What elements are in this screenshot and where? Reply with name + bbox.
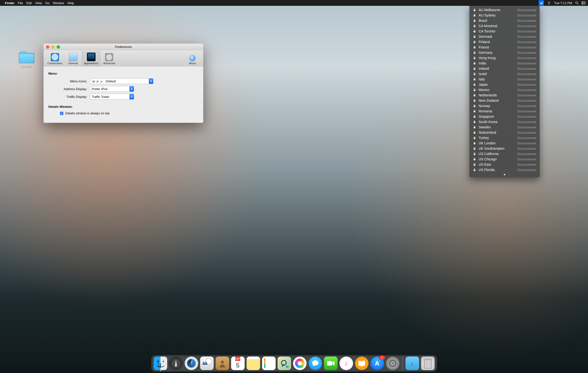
vpn-server-item[interactable]: GermanyDisconnected xyxy=(469,50,540,55)
vpn-server-item[interactable]: SingaporeDisconnected xyxy=(469,114,540,119)
vpn-server-item[interactable]: New ZealandDisconnected xyxy=(469,98,540,103)
vpn-server-item[interactable]: IrelandDisconnected xyxy=(469,66,540,71)
advanced-icon xyxy=(105,53,113,61)
vpn-server-item[interactable]: CA TorontoDisconnected xyxy=(469,29,540,34)
vpn-server-name: Sweden xyxy=(479,125,517,129)
tab-connections[interactable]: Connections xyxy=(45,52,64,66)
vpn-server-item[interactable]: South KoreaDisconnected xyxy=(469,119,540,124)
vpn-server-menu: AU MelbourneDisconnectedAU SydneyDisconn… xyxy=(469,6,540,177)
dock: SEP 5 3D 1 xyxy=(151,355,437,372)
vpn-server-item[interactable]: FranceDisconnected xyxy=(469,44,540,50)
dock-ibooks[interactable] xyxy=(355,357,368,370)
tab-advanced[interactable]: Advanced xyxy=(101,52,118,66)
dock-safari[interactable] xyxy=(185,357,198,370)
window-titlebar[interactable]: Preferences xyxy=(43,44,203,50)
svg-point-47 xyxy=(157,361,158,362)
dock-facetime[interactable] xyxy=(324,357,337,370)
spotlight-icon[interactable] xyxy=(575,1,579,5)
vpn-server-item[interactable]: AU SydneyDisconnected xyxy=(469,13,540,18)
tab-appearance[interactable]: Appearance xyxy=(82,52,100,66)
dock-mail[interactable] xyxy=(200,357,214,370)
vpn-server-status: Disconnected xyxy=(517,157,536,161)
menu-icons-select[interactable]: Default xyxy=(90,78,153,84)
menu-window[interactable]: Window xyxy=(53,1,64,5)
menubar-clock[interactable]: Tue 7:11 PM xyxy=(554,1,572,5)
traffic-display-select[interactable]: Traffic Totals xyxy=(90,94,134,99)
vpn-server-item[interactable]: IndiaDisconnected xyxy=(469,61,540,66)
vpn-server-item[interactable]: UK SouthamptonDisconnected xyxy=(469,146,540,151)
window-minimize-button[interactable] xyxy=(51,45,55,49)
vpn-server-name: Singapore xyxy=(479,115,517,119)
vpn-server-name: India xyxy=(479,61,517,65)
vpn-server-item[interactable]: US CaliforniaDisconnected xyxy=(469,151,540,156)
svg-rect-36 xyxy=(474,116,475,118)
vpn-server-item[interactable]: JapanDisconnected xyxy=(469,82,540,87)
vpn-server-item[interactable]: NetherlandsDisconnected xyxy=(469,93,540,98)
menu-file[interactable]: File xyxy=(18,1,23,5)
dock-contacts[interactable] xyxy=(216,357,229,370)
lock-icon xyxy=(473,13,476,17)
menubar-app-name[interactable]: Finder xyxy=(5,1,14,5)
menu-view[interactable]: View xyxy=(35,1,42,5)
dock-notes[interactable] xyxy=(247,357,260,370)
menu-go[interactable]: Go xyxy=(45,1,49,5)
script-menu-icon[interactable] xyxy=(547,1,551,5)
address-display-label: Address Display: xyxy=(48,87,87,91)
svg-rect-43 xyxy=(474,154,475,155)
vpn-server-item[interactable]: Hong KongDisconnected xyxy=(469,55,540,61)
vpn-server-item[interactable]: BrazilDisconnected xyxy=(469,18,540,23)
vpn-status-icon[interactable] xyxy=(539,0,544,6)
details-on-top-checkbox[interactable]: ✓ xyxy=(60,112,63,115)
vpn-server-item[interactable]: FinlandDisconnected xyxy=(469,39,540,44)
vpn-server-item[interactable]: SwitzerlandDisconnected xyxy=(469,130,540,135)
desktop-folder-openvpn[interactable]: openvpn xyxy=(17,51,36,68)
notification-center-icon[interactable] xyxy=(582,1,586,5)
dock-launchpad[interactable] xyxy=(169,357,183,370)
vpn-server-item[interactable]: NorwayDisconnected xyxy=(469,103,540,109)
vpn-server-item[interactable]: CA MontrealDisconnected xyxy=(469,23,540,29)
address-display-select[interactable]: Prefer IPv4 xyxy=(90,86,134,92)
details-on-top-label: Details window is always on top xyxy=(65,111,110,115)
dock-trash[interactable] xyxy=(421,357,435,370)
menu-help[interactable]: Help xyxy=(67,1,74,5)
menu-edit[interactable]: Edit xyxy=(26,1,32,5)
vpn-server-item[interactable]: SwedenDisconnected xyxy=(469,124,540,130)
vpn-server-item[interactable]: MexicoDisconnected xyxy=(469,87,540,93)
vpn-server-item[interactable]: US ChicagoDisconnected xyxy=(469,156,540,162)
select-stepper-icon xyxy=(129,94,134,99)
dock-finder[interactable] xyxy=(154,357,167,370)
dock-photos[interactable] xyxy=(293,357,307,370)
svg-point-2 xyxy=(576,2,578,4)
vpn-server-item[interactable]: UK LondonDisconnected xyxy=(469,141,540,146)
dock-messages[interactable] xyxy=(308,357,322,370)
dock-reminders[interactable] xyxy=(262,357,276,370)
vpn-menu-scroll-down-icon[interactable]: ▼ xyxy=(469,173,540,176)
svg-rect-18 xyxy=(474,20,475,22)
vpn-server-item[interactable]: IsraelDisconnected xyxy=(469,71,540,77)
dock-appstore[interactable]: 1 xyxy=(370,357,384,370)
svg-rect-46 xyxy=(474,170,475,171)
vpn-server-item[interactable]: AU MelbourneDisconnected xyxy=(469,7,540,13)
vpn-server-status: Disconnected xyxy=(517,115,536,119)
dock-itunes[interactable] xyxy=(339,357,353,370)
window-close-button[interactable] xyxy=(46,45,49,49)
select-stepper-icon xyxy=(129,86,134,92)
dock-maps[interactable]: 3D xyxy=(278,357,291,370)
vpn-server-item[interactable]: US EastDisconnected xyxy=(469,162,540,167)
vpn-server-status: Disconnected xyxy=(517,163,536,166)
vpn-server-item[interactable]: ItalyDisconnected xyxy=(469,77,540,82)
vpn-server-item[interactable]: TurkeyDisconnected xyxy=(469,135,540,141)
vpn-server-status: Disconnected xyxy=(517,104,536,108)
vpn-server-item[interactable]: DenmarkDisconnected xyxy=(469,34,540,39)
svg-rect-24 xyxy=(474,52,475,54)
window-zoom-button[interactable] xyxy=(57,45,60,49)
vpn-server-name: UK Southampton xyxy=(479,147,517,150)
tab-about[interactable]: i About xyxy=(184,54,201,66)
dock-calendar[interactable]: SEP 5 xyxy=(231,357,245,370)
tab-general[interactable]: General xyxy=(65,52,82,66)
vpn-server-item[interactable]: US FloridaDisconnected xyxy=(469,167,540,173)
dock-system-preferences[interactable] xyxy=(386,357,399,370)
vpn-server-item[interactable]: RomaniaDisconnected xyxy=(469,109,540,114)
dock-downloads[interactable] xyxy=(406,357,419,370)
lock-icon xyxy=(473,142,476,145)
